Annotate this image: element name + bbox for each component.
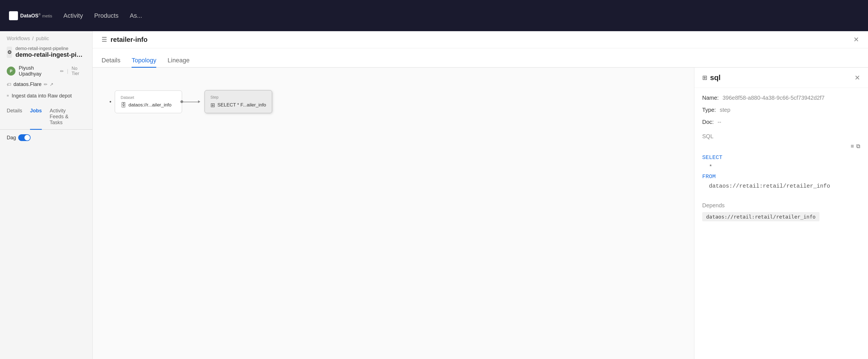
- description-text: Ingest data into Raw depot: [12, 93, 72, 99]
- right-tabs: Details Topology Lineage: [93, 48, 868, 68]
- pipeline-icon: ⚙: [7, 47, 12, 58]
- detail-modal: ⊞ sql ✕ Name: 396e8f58-a880-4a38-9c66-5c…: [694, 68, 868, 359]
- type-field: Type: step: [702, 107, 860, 113]
- dag-toggle-row: Dag: [0, 130, 92, 145]
- modal-title: retailer-info: [111, 36, 148, 44]
- db-icon: 🗄: [121, 102, 126, 108]
- logo-icon: ⬡: [9, 11, 18, 20]
- topology-diagram: • Dataset 🗄 dataos://r...ailer_info: [93, 68, 694, 136]
- bullet: •: [110, 99, 112, 105]
- sql-section-label: SQL: [702, 133, 860, 140]
- arrow-head-icon: [198, 100, 200, 103]
- step-node-label: Step: [210, 95, 266, 100]
- dataset-node-label: Dataset: [121, 95, 176, 100]
- topology-area: • Dataset 🗄 dataos://r...ailer_info: [93, 68, 694, 359]
- description-row: ≡ Ingest data into Raw depot: [0, 90, 92, 102]
- sql-from-value: dataos://retail:retail/retailer_info: [702, 183, 830, 189]
- left-tabs: Details Jobs Activity Feeds & Tasks: [0, 105, 92, 130]
- sql-star: *: [702, 164, 712, 170]
- name-field: Name: 396e8f58-a880-4a38-9c66-5cf73942d2…: [702, 95, 860, 101]
- breadcrumb-sep: /: [32, 36, 34, 42]
- nav-item-products[interactable]: Products: [94, 10, 119, 22]
- modal-close-button[interactable]: ✕: [854, 36, 859, 43]
- modal-title-row: ☰ retailer-info: [101, 36, 148, 44]
- nav-item-activity[interactable]: Activity: [63, 10, 83, 22]
- pipeline-header: ⚙ demo-retail-ingest-pipeline demo-retai…: [0, 44, 92, 63]
- pipeline-info: demo-retail-ingest-pipeline demo-retail-…: [16, 46, 86, 58]
- detail-panel-title: sql: [710, 73, 721, 82]
- logo-area: ⬡ DataOS® metis: [9, 11, 52, 20]
- depends-section: Depends dataos://retail:retail/retailer_…: [702, 202, 860, 221]
- edit-user-icon[interactable]: ✏: [60, 68, 64, 74]
- depends-tag: dataos://retail:retail/retailer_info: [702, 212, 819, 221]
- doc-field: Doc: --: [702, 119, 860, 125]
- pipeline-title: demo-retail-ingest-pipeline: [16, 51, 86, 58]
- avatar: P: [7, 66, 16, 76]
- right-tab-topology[interactable]: Topology: [131, 54, 156, 68]
- divider: |: [67, 68, 68, 74]
- tag-icon: 🏷: [7, 82, 11, 87]
- tab-details[interactable]: Details: [7, 105, 22, 130]
- dag-label: Dag: [7, 135, 16, 141]
- detail-close-button[interactable]: ✕: [855, 75, 860, 81]
- tab-activity-feeds[interactable]: Activity Feeds & Tasks: [50, 105, 78, 130]
- type-label: Type: step: [702, 107, 860, 113]
- step-node[interactable]: Step ⊞ SELECT * F...ailer_info: [205, 90, 272, 113]
- step-node-content: ⊞ SELECT * F...ailer_info: [210, 102, 266, 108]
- right-area: ☰ retailer-info ✕ Details Topology Linea…: [93, 31, 868, 359]
- dag-toggle-switch[interactable]: [18, 134, 31, 141]
- sql-copy-icon[interactable]: ⧉: [856, 143, 860, 149]
- type-value: step: [720, 107, 730, 113]
- user-name: Piyush Upadhyay: [19, 65, 57, 77]
- tag-row: 🏷 dataos.Flare ✏ ↗: [0, 79, 92, 90]
- meta-row: P Piyush Upadhyay ✏ | No Tier: [0, 63, 92, 79]
- breadcrumb-public[interactable]: public: [36, 36, 49, 42]
- doc-value: --: [718, 119, 721, 125]
- sql-from-keyword: FROM: [702, 173, 716, 180]
- detail-body: Name: 396e8f58-a880-4a38-9c66-5cf73942d2…: [694, 88, 868, 228]
- sql-list-icon[interactable]: ≡: [850, 143, 854, 149]
- breadcrumb-workflows[interactable]: Workflows: [7, 36, 30, 42]
- left-panel: Workflows / public ⚙ demo-retail-ingest-…: [0, 31, 93, 359]
- modal-icon: ☰: [101, 36, 107, 43]
- right-tab-details[interactable]: Details: [101, 54, 120, 68]
- dataset-node-content: 🗄 dataos://r...ailer_info: [121, 102, 176, 108]
- external-link-icon[interactable]: ↗: [50, 82, 53, 87]
- detail-title-row: ⊞ sql: [702, 73, 721, 82]
- name-value: 396e8f58-a880-4a38-9c66-5cf73942d2f7: [722, 95, 825, 101]
- top-nav: ⬡ DataOS® metis Activity Products As...: [0, 0, 868, 31]
- dataset-node[interactable]: Dataset 🗄 dataos://r...ailer_info: [115, 90, 182, 113]
- right-body: • Dataset 🗄 dataos://r...ailer_info: [93, 68, 868, 359]
- detail-panel-header: ⊞ sql ✕: [694, 68, 868, 88]
- step-icon: ⊞: [210, 102, 215, 108]
- name-label: Name: 396e8f58-a880-4a38-9c66-5cf73942d2…: [702, 95, 860, 101]
- dataset-node-text: dataos://r...ailer_info: [128, 102, 172, 108]
- tag-value: dataos.Flare: [13, 81, 41, 87]
- sql-code-block: SELECT * FROM dataos://retail:retail/ret…: [702, 152, 860, 192]
- logo-text: DataOS® metis: [20, 12, 52, 19]
- pipeline-sub-title: demo-retail-ingest-pipeline: [16, 46, 86, 51]
- sql-section: SQL ≡ ⧉ SELECT * FROM dataos://retail:re…: [702, 133, 860, 192]
- modal-header-bar: ☰ retailer-info ✕: [93, 31, 868, 48]
- main-content: Workflows / public ⚙ demo-retail-ingest-…: [0, 31, 868, 359]
- tier-tag: No Tier: [71, 66, 86, 76]
- doc-label: Doc: --: [702, 119, 860, 125]
- nav-item-more[interactable]: As...: [130, 10, 142, 22]
- step-node-text: SELECT * F...ailer_info: [217, 102, 266, 108]
- depends-label: Depends: [702, 202, 860, 209]
- edit-tag-icon[interactable]: ✏: [44, 82, 48, 87]
- desc-icon: ≡: [7, 93, 9, 98]
- sql-select-keyword: SELECT: [702, 154, 722, 161]
- tab-jobs[interactable]: Jobs: [30, 105, 42, 130]
- sql-toolbar: ≡ ⧉: [702, 143, 860, 149]
- breadcrumb: Workflows / public: [0, 31, 92, 44]
- right-tab-lineage[interactable]: Lineage: [167, 54, 189, 68]
- detail-panel-icon: ⊞: [702, 74, 707, 81]
